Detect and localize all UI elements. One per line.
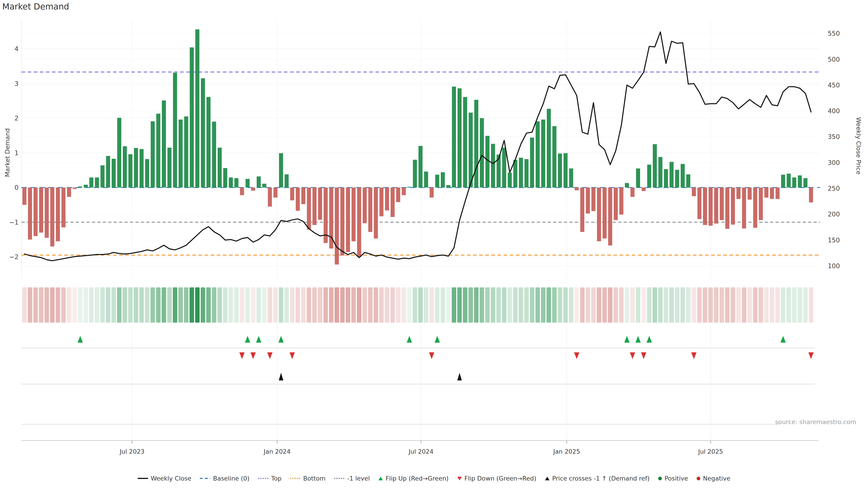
legend-item-line-0: Weekly Close [138, 475, 191, 482]
heatmap-cell [446, 287, 451, 323]
demand-bar [737, 188, 741, 199]
legend-label: Weekly Close [151, 475, 191, 482]
heatmap-cell [318, 287, 322, 323]
right-axis-tick: 150 [828, 236, 840, 244]
demand-bar [318, 188, 322, 220]
demand-bar [167, 148, 172, 188]
heatmap-cell [156, 287, 160, 323]
heatmap-cell [56, 287, 60, 323]
legend-label: Bottom [303, 475, 326, 482]
demand-bar [686, 174, 690, 188]
heatmap-cell [50, 287, 55, 323]
price-cross-marker [457, 373, 462, 381]
heatmap-cell [379, 287, 384, 323]
right-axis-tick: 250 [828, 185, 840, 192]
demand-bar [625, 183, 629, 188]
demand-bar [803, 178, 807, 188]
x-axis-label: Jul 2025 [698, 448, 723, 455]
heatmap-cell [178, 287, 183, 323]
heatmap-cell [513, 287, 518, 323]
heatmap-cell [764, 287, 769, 323]
demand-bar [692, 188, 696, 196]
heatmap-cell [697, 287, 702, 323]
dots-icon [290, 478, 301, 479]
legend-label: Negative [703, 475, 730, 482]
heatmap-cell [407, 287, 412, 323]
tri-up-icon [545, 477, 550, 480]
demand-bar [463, 97, 467, 188]
demand-bar [770, 188, 774, 199]
heatmap-cell [686, 287, 690, 323]
flip-up-marker [256, 336, 261, 343]
heatmap-cell [619, 287, 624, 323]
demand-bar [140, 149, 144, 188]
heatmap-cell [284, 287, 289, 323]
legend-item-dot-9: Negative [697, 475, 730, 482]
heatmap-cell [496, 287, 501, 323]
demand-bar [597, 188, 601, 241]
demand-bar [307, 188, 311, 230]
legend-label: -1 level [347, 475, 370, 482]
heatmap-cell [424, 287, 428, 323]
demand-bar [647, 165, 651, 188]
heatmap-cell [597, 287, 601, 323]
heatmap-cell [396, 287, 401, 323]
heatmap-cell [524, 287, 529, 323]
demand-bar [128, 154, 132, 188]
demand-bar [290, 188, 294, 200]
heatmap-cell [323, 287, 328, 323]
heatmap-cell [128, 287, 133, 323]
heatmap-cell [268, 287, 272, 323]
heatmap-cell [72, 287, 77, 323]
heatmap-cell [809, 287, 813, 323]
demand-bar [580, 188, 584, 232]
heatmap-cell [680, 287, 685, 323]
heatmap-cell [173, 287, 177, 323]
demand-bar [792, 177, 796, 188]
demand-bar [809, 188, 813, 202]
heatmap-cell [736, 287, 741, 323]
line-swatch-icon [138, 478, 148, 479]
heatmap-cell [719, 287, 724, 323]
demand-bar [195, 29, 199, 188]
heatmap-cell [647, 287, 651, 323]
demand-bar [45, 188, 49, 238]
demand-bar [335, 188, 339, 265]
heatmap-cell [106, 287, 110, 323]
demand-bar [485, 136, 489, 188]
demand-bar [446, 185, 451, 188]
heatmap-cell [580, 287, 585, 323]
demand-bar [123, 146, 127, 188]
dots-icon [334, 478, 344, 479]
heatmap-cell [234, 287, 239, 323]
demand-bar [184, 116, 188, 188]
heatmap-cell [61, 287, 66, 323]
heatmap-cell [184, 287, 188, 323]
heatmap-cell [391, 287, 395, 323]
heatmap-cell [351, 287, 356, 323]
flip-down-marker [240, 352, 245, 359]
demand-bar [474, 100, 478, 188]
heatmap-cell [507, 287, 512, 323]
heatmap-cell [725, 287, 730, 323]
heatmap-cell [803, 287, 808, 323]
demand-bar [301, 188, 305, 204]
demand-bar [608, 188, 612, 246]
demand-bar [703, 188, 707, 225]
demand-bar [240, 188, 244, 195]
demand-bar [435, 175, 439, 188]
demand-bar [379, 188, 383, 216]
demand-bar [469, 112, 473, 188]
demand-bar [33, 188, 37, 236]
heatmap-cell [641, 287, 646, 323]
heatmap-cell [614, 287, 618, 323]
heatmap-cell [563, 287, 568, 323]
heatmap-cell [714, 287, 718, 323]
heatmap-cell [44, 287, 49, 323]
demand-bar [72, 188, 76, 189]
demand-bar [418, 146, 423, 188]
demand-bar [759, 188, 763, 220]
demand-bar [714, 188, 718, 224]
heatmap-cell [279, 287, 283, 323]
heatmap-cell [664, 287, 668, 323]
